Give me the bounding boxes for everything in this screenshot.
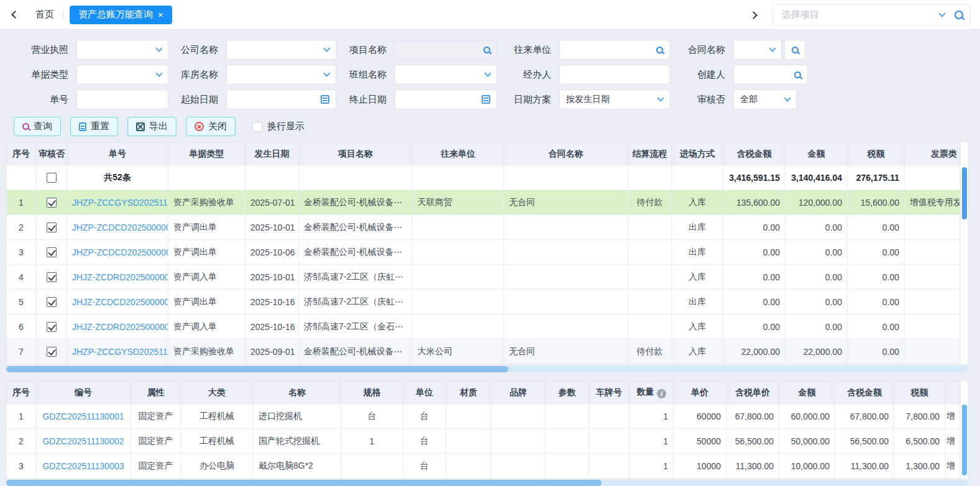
search-icon[interactable] (955, 11, 963, 19)
wrap-display-checkbox[interactable] (252, 122, 262, 132)
query-button[interactable]: 查询 (14, 117, 61, 136)
export-button[interactable]: 导出 (127, 117, 176, 136)
doc-type-select[interactable] (76, 65, 168, 85)
col-header[interactable]: 规格 (341, 382, 403, 404)
table-row[interactable]: 3 JHZP-ZCDCD202500000 资产调出单 2025-10-06 金… (7, 240, 960, 265)
col-header[interactable]: 单号 (67, 143, 168, 165)
search-icon[interactable] (656, 47, 663, 53)
vscroll-thumb[interactable] (962, 405, 967, 475)
select-all-checkbox[interactable] (47, 173, 57, 183)
asset-code-link[interactable]: GDZC202511130002 (42, 436, 124, 446)
tab-asset-query[interactable]: 资产总账万能查询 × (70, 6, 172, 24)
warehouse-select[interactable] (226, 65, 336, 85)
col-header[interactable]: 序号 (7, 382, 36, 404)
col-header[interactable]: 税额 (894, 382, 945, 404)
table-row[interactable]: 4 JHJZ-ZCDRD202500000 资产调入单 2025-10-01 济… (7, 265, 960, 290)
col-header[interactable]: 单据类型 (168, 143, 245, 165)
col-header-qty[interactable]: 数量i (630, 382, 674, 404)
wrap-display-option[interactable]: 换行显示 (252, 121, 305, 132)
chevron-down-icon[interactable] (938, 10, 945, 17)
start-date-input[interactable] (226, 89, 336, 109)
row-checkbox[interactable] (47, 347, 57, 357)
search-icon[interactable] (483, 47, 490, 53)
company-select[interactable] (226, 40, 336, 60)
col-header[interactable]: 合同名称 (504, 143, 628, 165)
col-header[interactable]: 往来单位 (413, 143, 504, 165)
col-header[interactable]: 含税金额 (723, 143, 785, 165)
row-checkbox[interactable] (47, 222, 57, 232)
doc-no-link[interactable]: JHJZ-ZCDRD202500000 (72, 272, 168, 282)
col-header[interactable]: 审核否 (36, 143, 67, 165)
date-scheme-select[interactable]: 按发生日期 (559, 89, 670, 109)
doc-no-link[interactable]: JHZP-ZCCGYSD2025111 (72, 198, 168, 208)
col-header[interactable]: 含税金额 (835, 382, 894, 404)
doc-no-input[interactable] (76, 89, 168, 109)
calendar-icon[interactable] (321, 95, 329, 104)
table-row[interactable]: 2 GDZC202511130002 固定资产 工程机械 国产轮式挖掘机 1 台… (7, 429, 960, 454)
table-row[interactable]: 3 GDZC202511130003 固定资产 办公电脑 戴尔电脑8G*2 台 … (7, 454, 960, 479)
tab-home[interactable]: 首页 (27, 9, 63, 21)
row-checkbox[interactable] (47, 322, 57, 332)
info-icon[interactable]: i (657, 389, 666, 398)
col-header[interactable]: 金额 (785, 143, 848, 165)
contract-select[interactable] (733, 40, 782, 60)
end-date-input[interactable] (395, 89, 497, 109)
col-header[interactable]: 发票类 (905, 143, 960, 165)
project-search-input[interactable] (395, 40, 497, 60)
calendar-icon[interactable] (482, 95, 490, 104)
reset-button[interactable]: 重置 (70, 117, 118, 136)
tab-close-icon[interactable]: × (158, 9, 163, 20)
table-row[interactable]: 1 GDZC202511130001 固定资产 工程机械 进口挖掘机 台 台 1… (7, 404, 960, 429)
vscroll-thumb[interactable] (962, 167, 967, 219)
back-icon[interactable] (11, 11, 19, 19)
table-row[interactable]: 1 JHZP-ZCCGYSD2025111 资产采购验收单 2025-07-01… (7, 190, 960, 215)
col-header[interactable]: 含税单价 (726, 382, 779, 404)
invoice-cell: 增 (945, 429, 960, 454)
close-button[interactable]: 关闭 (186, 117, 236, 136)
table-row[interactable]: 7 JHZP-ZCCGYSD2025111 资产采购验收单 2025-09-01… (7, 339, 960, 364)
doc-no-link[interactable]: JHZP-ZCCGYSD2025111 (72, 347, 168, 357)
col-header[interactable]: 参数 (546, 382, 589, 404)
table-row[interactable]: 2 JHZP-ZCDCD202500000 资产调出单 2025-10-01 金… (7, 215, 960, 240)
col-header[interactable]: 金额 (779, 382, 835, 404)
handler-input[interactable] (559, 65, 670, 85)
col-header[interactable]: 序号 (7, 143, 36, 165)
col-header[interactable]: 单价 (674, 382, 726, 404)
col-header[interactable]: 大类 (181, 382, 254, 404)
table-row[interactable]: 5 JHJZ-ZCDCD202500000 资产调出单 2025-10-16 济… (7, 290, 960, 314)
doc-no-link[interactable]: JHZP-ZCDCD202500000 (72, 222, 168, 232)
audited-select[interactable]: 全部 (733, 89, 797, 109)
row-checkbox[interactable] (47, 272, 57, 282)
table-row[interactable]: 6 JHJZ-ZCDRD202500000 资产调入单 2025-10-16 济… (7, 314, 960, 339)
doc-no-link[interactable]: JHJZ-ZCDCD202500000 (72, 297, 168, 307)
contract-search-button[interactable] (784, 40, 805, 60)
col-header[interactable]: 发生日期 (245, 143, 299, 165)
team-select[interactable] (395, 65, 497, 85)
col-header[interactable]: 税额 (848, 143, 905, 165)
col-header[interactable]: 编号 (36, 382, 131, 404)
creator-search-input[interactable] (733, 65, 808, 85)
doc-no-link[interactable]: JHJZ-ZCDRD202500000 (72, 322, 168, 332)
col-header[interactable]: 项目名称 (299, 143, 413, 165)
asset-code-link[interactable]: GDZC202511130001 (42, 411, 124, 421)
col-header[interactable]: 结算流程 (628, 143, 672, 165)
hscroll-thumb[interactable] (6, 480, 602, 486)
col-header[interactable]: 单位 (403, 382, 446, 404)
business-license-select[interactable] (76, 40, 168, 60)
col-header[interactable]: 名称 (254, 382, 341, 404)
col-header[interactable]: 材质 (446, 382, 492, 404)
row-checkbox[interactable] (47, 198, 57, 208)
forward-icon[interactable] (749, 11, 758, 19)
search-icon[interactable] (794, 71, 801, 78)
row-checkbox[interactable] (47, 247, 57, 257)
counterparty-search-input[interactable] (559, 40, 670, 60)
row-checkbox[interactable] (47, 297, 57, 307)
col-header[interactable]: 属性 (131, 382, 181, 404)
col-header[interactable]: 车牌号 (589, 382, 630, 404)
doc-no-link[interactable]: JHZP-ZCDCD202500000 (72, 247, 168, 257)
asset-code-link[interactable]: GDZC202511130003 (42, 461, 124, 471)
hscroll-thumb[interactable] (6, 366, 508, 372)
col-header[interactable]: 进场方式 (672, 143, 723, 165)
project-select[interactable]: 选择项目 (772, 4, 970, 25)
col-header[interactable]: 品牌 (492, 382, 546, 404)
